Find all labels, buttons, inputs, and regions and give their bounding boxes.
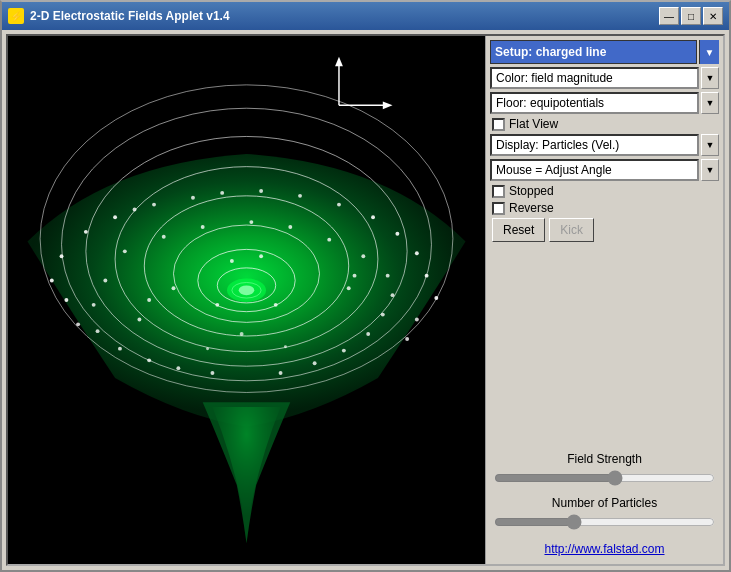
svg-point-45 (210, 371, 214, 375)
svg-point-42 (118, 347, 122, 351)
svg-point-50 (381, 313, 385, 317)
stopped-checkbox[interactable] (492, 185, 505, 198)
svg-point-20 (220, 191, 224, 195)
minimize-button[interactable]: — (659, 7, 679, 25)
setup-dropdown[interactable]: Setup: charged line (490, 40, 697, 64)
svg-point-28 (50, 279, 54, 283)
svg-point-67 (249, 220, 253, 224)
reverse-row: Reverse (490, 201, 719, 215)
svg-point-46 (279, 371, 283, 375)
svg-point-36 (327, 238, 331, 242)
svg-point-23 (337, 203, 341, 207)
window-controls: — □ ✕ (659, 7, 723, 25)
svg-point-47 (313, 361, 317, 365)
svg-point-25 (395, 232, 399, 236)
content-area: Setup: charged line ▼ Color: field magni… (6, 34, 725, 566)
maximize-button[interactable]: □ (681, 7, 701, 25)
stopped-row: Stopped (490, 184, 719, 198)
reverse-label: Reverse (509, 201, 554, 215)
display-dropdown[interactable]: Display: Particles (Vel.) (490, 134, 699, 156)
button-row: Reset Kick (490, 218, 719, 242)
svg-point-52 (172, 286, 176, 290)
display-row: Display: Particles (Vel.) ▼ (490, 134, 719, 156)
num-particles-slider-container (490, 512, 719, 535)
svg-point-17 (113, 215, 117, 219)
window-title: 2-D Electrostatic Fields Applet v1.4 (30, 9, 230, 23)
website-link[interactable]: http://www.falstad.com (490, 538, 719, 560)
mouse-dropdown-arrow[interactable]: ▼ (701, 159, 719, 181)
num-particles-section: Number of Particles (490, 494, 719, 535)
color-dropdown-arrow[interactable]: ▼ (701, 67, 719, 89)
svg-point-56 (230, 259, 234, 263)
svg-point-68 (353, 274, 357, 278)
stopped-label: Stopped (509, 184, 554, 198)
svg-point-33 (162, 235, 166, 239)
svg-point-39 (103, 279, 107, 283)
svg-point-29 (64, 298, 68, 302)
field-strength-section: Field Strength (490, 450, 719, 491)
field-strength-slider-container (490, 468, 719, 491)
svg-point-58 (215, 303, 219, 307)
svg-point-41 (96, 329, 100, 333)
svg-point-21 (259, 189, 263, 193)
svg-point-62 (284, 345, 287, 348)
title-bar: ⚡ 2-D Electrostatic Fields Applet v1.4 —… (2, 2, 729, 30)
reset-button[interactable]: Reset (492, 218, 545, 242)
svg-point-31 (434, 296, 438, 300)
svg-point-40 (92, 303, 96, 307)
svg-point-66 (133, 208, 137, 212)
color-dropdown[interactable]: Color: field magnitude (490, 67, 699, 89)
svg-point-53 (147, 298, 151, 302)
svg-point-22 (298, 194, 302, 198)
app-icon: ⚡ (8, 8, 24, 24)
close-button[interactable]: ✕ (703, 7, 723, 25)
num-particles-slider[interactable] (494, 514, 715, 530)
setup-dropdown-arrow[interactable]: ▼ (699, 40, 719, 64)
setup-row: Setup: charged line ▼ (490, 40, 719, 64)
svg-point-27 (60, 254, 64, 258)
field-strength-slider[interactable] (494, 470, 715, 486)
flat-view-label: Flat View (509, 117, 558, 131)
num-particles-label: Number of Particles (490, 494, 719, 512)
svg-point-49 (366, 332, 370, 336)
canvas-area (8, 36, 485, 564)
svg-point-35 (288, 225, 292, 229)
svg-point-19 (191, 196, 195, 200)
svg-point-18 (152, 203, 156, 207)
svg-point-34 (201, 225, 205, 229)
color-row: Color: field magnitude ▼ (490, 67, 719, 89)
svg-point-57 (259, 254, 263, 258)
svg-point-38 (386, 274, 390, 278)
floor-dropdown-arrow[interactable]: ▼ (701, 92, 719, 114)
svg-point-43 (147, 358, 151, 362)
svg-point-51 (391, 293, 395, 297)
svg-point-55 (347, 286, 351, 290)
svg-point-37 (361, 254, 365, 258)
main-window: ⚡ 2-D Electrostatic Fields Applet v1.4 —… (0, 0, 731, 572)
display-dropdown-arrow[interactable]: ▼ (701, 134, 719, 156)
mouse-row: Mouse = Adjust Angle ▼ (490, 159, 719, 181)
kick-button[interactable]: Kick (549, 218, 594, 242)
svg-point-61 (206, 347, 209, 350)
svg-point-65 (76, 322, 80, 326)
floor-dropdown[interactable]: Floor: equipotentials (490, 92, 699, 114)
svg-point-32 (123, 249, 127, 253)
mouse-dropdown[interactable]: Mouse = Adjust Angle (490, 159, 699, 181)
svg-point-44 (176, 366, 180, 370)
reverse-checkbox[interactable] (492, 202, 505, 215)
visualization-canvas[interactable] (8, 36, 485, 564)
title-bar-left: ⚡ 2-D Electrostatic Fields Applet v1.4 (8, 8, 230, 24)
svg-point-24 (371, 215, 375, 219)
flat-view-row: Flat View (490, 117, 719, 131)
svg-point-63 (415, 318, 419, 322)
svg-point-59 (274, 303, 278, 307)
svg-point-26 (415, 251, 419, 255)
flat-view-checkbox[interactable] (492, 118, 505, 131)
right-panel: Setup: charged line ▼ Color: field magni… (485, 36, 723, 564)
field-strength-label: Field Strength (490, 450, 719, 468)
floor-row: Floor: equipotentials ▼ (490, 92, 719, 114)
svg-point-48 (342, 349, 346, 353)
svg-point-54 (137, 318, 141, 322)
svg-point-64 (405, 337, 409, 341)
svg-point-60 (240, 332, 244, 336)
